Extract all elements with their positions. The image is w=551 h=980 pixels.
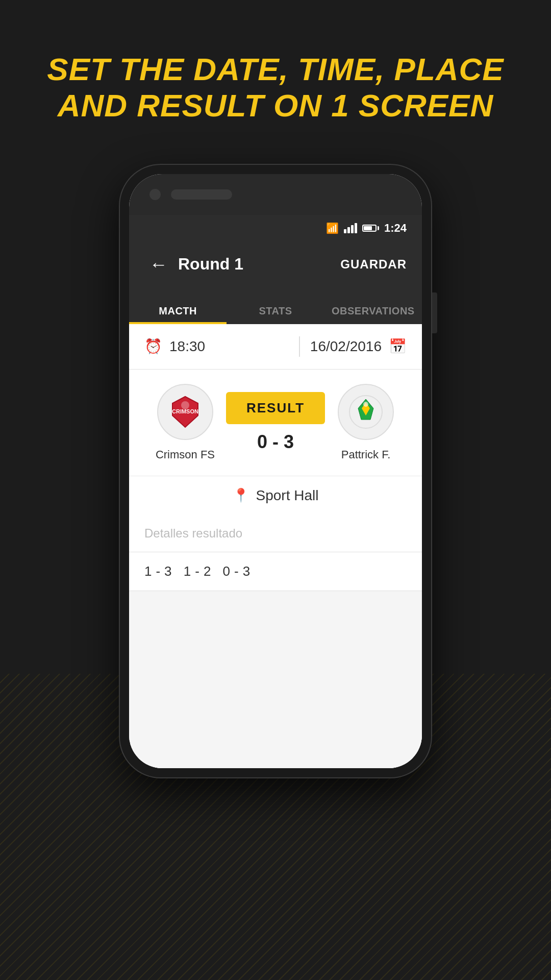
hero-line1: SET THE DATE, TIME, PLACE (47, 52, 504, 87)
away-team-logo (338, 384, 394, 440)
tab-match[interactable]: MACTH (129, 287, 227, 324)
camera-dot (149, 189, 161, 200)
tab-underline (129, 322, 227, 324)
phone-mockup: 📶 1:24 (120, 165, 431, 777)
svg-point-6 (363, 402, 368, 407)
app-bar: ← Round 1 GUARDAR (129, 241, 422, 287)
svg-point-2 (181, 401, 189, 409)
hero-line2: AND RESULT ON 1 SCREEN (58, 88, 494, 123)
match-section: ⏰ 18:30 16/02/2016 📅 (129, 324, 422, 515)
time-date-divider (299, 336, 300, 357)
home-team-logo: CRIMSON (157, 384, 213, 440)
details-input-area: Detalles resultado (129, 515, 422, 552)
status-time: 1:24 (384, 222, 407, 235)
phone-notch (129, 174, 422, 215)
tab-bar: MACTH STATS OBSERVATIONS (129, 287, 422, 324)
tab-observations[interactable]: OBSERVATIONS (324, 287, 422, 324)
battery-icon (362, 225, 379, 232)
teams-row: CRIMSON Crimson FS RESULT (129, 370, 422, 476)
signal-icon (344, 223, 357, 233)
away-team: Pattrick F. (325, 384, 407, 461)
time-date-row: ⏰ 18:30 16/02/2016 📅 (129, 324, 422, 370)
home-team-name: Crimson FS (156, 448, 215, 461)
status-bar: 📶 1:24 (129, 215, 422, 241)
details-placeholder[interactable]: Detalles resultado (144, 526, 242, 540)
wifi-icon: 📶 (326, 222, 339, 234)
tab-match-label: MACTH (159, 305, 197, 317)
location-name[interactable]: Sport Hall (256, 487, 319, 504)
details-section: Detalles resultado 1-3 1-2 0-3 (129, 515, 422, 768)
back-button[interactable]: ← (144, 249, 173, 280)
match-date[interactable]: 16/02/2016 (310, 338, 382, 355)
match-time[interactable]: 18:30 (169, 338, 205, 355)
save-button[interactable]: GUARDAR (340, 257, 407, 272)
content-area: ⏰ 18:30 16/02/2016 📅 (129, 324, 422, 768)
match-score: 0 - 3 (257, 431, 294, 453)
home-team: CRIMSON Crimson FS (144, 384, 226, 461)
tab-stats[interactable]: STATS (227, 287, 324, 324)
location-icon: 📍 (233, 487, 249, 503)
tab-stats-label: STATS (259, 305, 292, 317)
clock-icon: ⏰ (144, 338, 162, 355)
tab-observations-label: OBSERVATIONS (332, 305, 415, 317)
calendar-icon[interactable]: 📅 (389, 338, 407, 355)
away-team-name: Pattrick F. (341, 448, 391, 461)
speaker-bar (171, 189, 232, 200)
result-button[interactable]: RESULT (226, 392, 325, 424)
score-history: 1-3 1-2 0-3 (144, 564, 254, 579)
hero-section: SET THE DATE, TIME, PLACE AND RESULT ON … (47, 51, 504, 124)
score-history-row: 1-3 1-2 0-3 (129, 552, 422, 591)
location-row: 📍 Sport Hall (129, 476, 422, 515)
result-center: RESULT 0 - 3 (226, 392, 325, 453)
result-label: RESULT (246, 400, 305, 415)
app-title: Round 1 (178, 255, 340, 274)
